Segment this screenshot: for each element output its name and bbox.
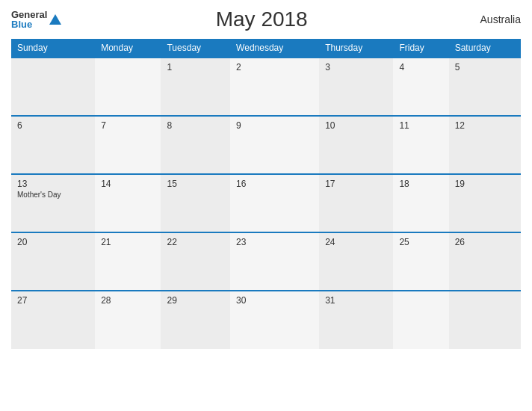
week-row-5: 2728293031	[11, 291, 521, 349]
header-friday: Friday	[393, 39, 448, 58]
calendar-table: Sunday Monday Tuesday Wednesday Thursday…	[11, 39, 521, 349]
day-cell: 26	[449, 232, 521, 291]
day-cell: 25	[393, 232, 448, 291]
week-row-4: 20212223242526	[11, 232, 521, 291]
day-number: 6	[17, 120, 89, 131]
day-number: 25	[399, 237, 442, 247]
day-number: 23	[236, 237, 313, 247]
calendar-container: General Blue May 2018 Australia Sunday M…	[0, 0, 532, 411]
day-cell: 16	[230, 174, 319, 232]
day-cell: 13Mother's Day	[11, 174, 95, 232]
day-cell: 10	[319, 116, 393, 174]
day-cell: 8	[161, 116, 230, 174]
day-number: 24	[325, 237, 387, 247]
day-cell: 28	[95, 291, 161, 349]
day-number: 10	[325, 120, 387, 131]
day-cell: 20	[11, 232, 95, 291]
day-number: 11	[399, 120, 442, 131]
day-number: 27	[17, 295, 89, 306]
day-number: 28	[101, 295, 155, 306]
day-cell: 6	[11, 116, 95, 174]
header-sunday: Sunday	[11, 39, 95, 58]
day-number: 15	[167, 179, 224, 189]
week-row-3: 13Mother's Day141516171819	[11, 174, 521, 232]
day-cell: 1	[161, 58, 230, 116]
country-label: Australia	[461, 13, 521, 25]
logo-blue: Blue	[11, 19, 47, 29]
day-number: 9	[236, 120, 313, 131]
day-number: 22	[167, 237, 224, 247]
day-number: 5	[455, 62, 515, 72]
day-number: 21	[101, 237, 155, 247]
event-label: Mother's Day	[17, 191, 89, 199]
day-cell: 22	[161, 232, 230, 291]
day-cell: 23	[230, 232, 319, 291]
day-number: 8	[167, 120, 224, 131]
day-cell: 27	[11, 291, 95, 349]
day-number: 13	[17, 179, 89, 189]
day-cell: 15	[161, 174, 230, 232]
day-number: 26	[455, 237, 515, 247]
day-number: 3	[325, 62, 387, 72]
day-number: 12	[455, 120, 515, 131]
day-number: 1	[167, 62, 224, 72]
day-cell: 29	[161, 291, 230, 349]
day-cell: 14	[95, 174, 161, 232]
header-wednesday: Wednesday	[230, 39, 319, 58]
header-monday: Monday	[95, 39, 161, 58]
day-cell: 3	[319, 58, 393, 116]
day-number: 7	[101, 120, 155, 131]
day-cell: 5	[449, 58, 521, 116]
day-cell: 18	[393, 174, 448, 232]
day-cell: 9	[230, 116, 319, 174]
svg-marker-0	[49, 14, 61, 25]
day-cell: 19	[449, 174, 521, 232]
day-number: 20	[17, 237, 89, 247]
day-cell: 31	[319, 291, 393, 349]
day-number: 18	[399, 179, 442, 189]
day-cell	[11, 58, 95, 116]
day-cell: 4	[393, 58, 448, 116]
header-thursday: Thursday	[319, 39, 393, 58]
day-number: 29	[167, 295, 224, 306]
day-number: 16	[236, 179, 313, 189]
week-row-1: 12345	[11, 58, 521, 116]
day-cell: 24	[319, 232, 393, 291]
day-cell: 11	[393, 116, 448, 174]
day-header-row: Sunday Monday Tuesday Wednesday Thursday…	[11, 39, 521, 58]
day-number: 30	[236, 295, 313, 306]
logo-icon	[49, 13, 62, 26]
week-row-2: 6789101112	[11, 116, 521, 174]
day-cell	[393, 291, 448, 349]
day-cell: 17	[319, 174, 393, 232]
day-cell	[449, 291, 521, 349]
header-tuesday: Tuesday	[161, 39, 230, 58]
day-cell: 12	[449, 116, 521, 174]
logo: General Blue	[11, 10, 62, 29]
day-number: 4	[399, 62, 442, 72]
calendar-title: May 2018	[62, 7, 461, 31]
day-cell: 7	[95, 116, 161, 174]
day-cell: 21	[95, 232, 161, 291]
day-number: 31	[325, 295, 387, 306]
day-number: 14	[101, 179, 155, 189]
header-saturday: Saturday	[449, 39, 521, 58]
day-cell	[95, 58, 161, 116]
day-number: 2	[236, 62, 313, 72]
header: General Blue May 2018 Australia	[11, 7, 521, 31]
day-number: 19	[455, 179, 515, 189]
day-cell: 2	[230, 58, 319, 116]
day-cell: 30	[230, 291, 319, 349]
day-number: 17	[325, 179, 387, 189]
